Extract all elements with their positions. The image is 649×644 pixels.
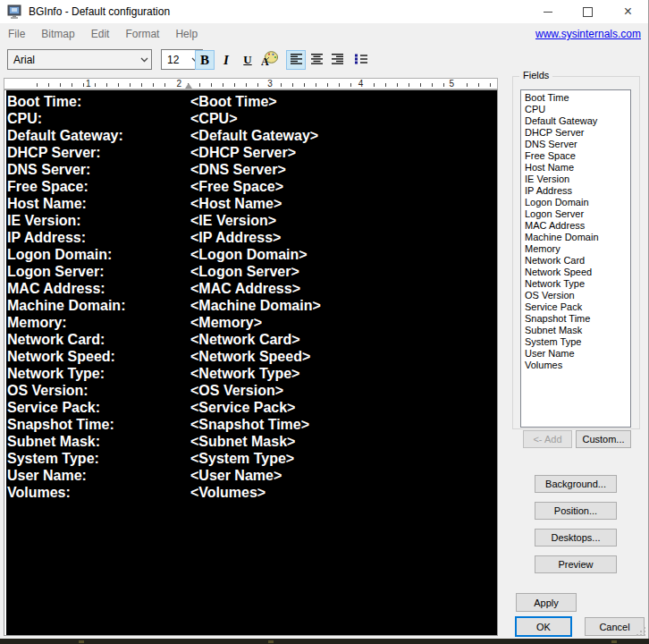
window-controls: × <box>527 0 648 23</box>
field-option[interactable]: Service Pack <box>521 301 630 313</box>
ruler: 12345 <box>4 78 498 89</box>
menu-item-help[interactable]: Help <box>167 23 206 45</box>
bullet-list-button[interactable] <box>351 50 371 70</box>
field-label: System Type: <box>7 450 190 467</box>
field-placeholder: <Logon Server> <box>190 264 299 279</box>
field-placeholder: <OS Version> <box>190 383 283 398</box>
field-placeholder: <Subnet Mask> <box>190 434 295 449</box>
editor-line: DNS Server:<DNS Server> <box>7 161 497 178</box>
field-label: IP Address: <box>7 229 190 246</box>
align-center-button[interactable] <box>307 50 326 70</box>
field-option[interactable]: DNS Server <box>521 139 630 150</box>
field-option[interactable]: IP Address <box>521 185 630 197</box>
minimize-icon <box>544 12 552 13</box>
font-color-palette-icon: A <box>261 51 278 70</box>
minimize-button[interactable] <box>527 0 568 23</box>
desktops-button[interactable]: Desktops... <box>535 529 617 547</box>
close-button[interactable]: × <box>608 0 648 23</box>
field-option[interactable]: Logon Server <box>521 208 630 220</box>
menu-item-edit[interactable]: Edit <box>83 23 118 45</box>
ruler-number: 3 <box>224 79 316 89</box>
underline-icon: U <box>243 53 251 67</box>
field-option[interactable]: User Name <box>521 348 630 360</box>
field-option[interactable]: CPU <box>521 104 630 115</box>
maximize-button[interactable] <box>568 0 608 23</box>
field-option[interactable]: Free Space <box>521 150 630 162</box>
align-right-icon <box>332 52 343 68</box>
add-field-button[interactable]: <- Add <box>523 430 572 448</box>
field-option[interactable]: Machine Domain <box>521 232 630 243</box>
ruler-number: 4 <box>316 79 407 89</box>
font-family-select[interactable]: Arial <box>7 49 152 70</box>
field-label: Subnet Mask: <box>7 433 190 450</box>
align-right-button[interactable] <box>327 50 347 70</box>
field-label: Machine Domain: <box>7 297 190 314</box>
field-placeholder: <Network Speed> <box>190 349 310 364</box>
menu-item-file[interactable]: File <box>0 23 33 45</box>
editor-line: Logon Domain:<Logon Domain> <box>7 246 497 263</box>
italic-button[interactable]: I <box>216 50 236 70</box>
cancel-button[interactable]: Cancel <box>585 617 645 636</box>
resize-grip[interactable] <box>636 627 645 636</box>
position-button[interactable]: Position... <box>535 502 617 520</box>
app-icon <box>7 4 22 20</box>
field-label: Memory: <box>7 314 190 331</box>
field-option[interactable]: Memory <box>521 243 630 255</box>
menu-item-format[interactable]: Format <box>117 23 167 45</box>
field-option[interactable]: MAC Address <box>521 220 630 232</box>
background-button[interactable]: Background... <box>535 475 617 493</box>
field-label: Free Space: <box>7 178 190 195</box>
sysinternals-link[interactable]: www.sysinternals.com <box>535 28 648 40</box>
font-color-button[interactable]: A <box>259 50 279 70</box>
field-label: Default Gateway: <box>7 127 190 144</box>
field-option[interactable]: Host Name <box>521 162 630 174</box>
field-option[interactable]: Network Type <box>521 278 630 290</box>
field-option[interactable]: Volumes <box>521 360 630 371</box>
field-placeholder: <MAC Address> <box>190 281 300 296</box>
font-family-value: Arial <box>8 54 137 66</box>
ok-button[interactable]: OK <box>515 616 572 637</box>
editor-line: IP Address:<IP Address> <box>7 229 497 246</box>
field-placeholder: <Snapshot Time> <box>190 417 309 432</box>
field-option[interactable]: OS Version <box>521 290 630 301</box>
field-option[interactable]: Logon Domain <box>521 197 630 208</box>
apply-button[interactable]: Apply <box>516 593 577 612</box>
field-option[interactable]: System Type <box>521 336 630 348</box>
tab-stop-marker[interactable] <box>185 83 192 89</box>
editor-line: Network Speed:<Network Speed> <box>7 348 497 365</box>
field-label: Host Name: <box>7 195 190 212</box>
field-option[interactable]: Network Speed <box>521 267 630 278</box>
bginfo-window: BGInfo - Default configuration × File Bi… <box>0 0 649 639</box>
close-icon: × <box>624 4 632 19</box>
preview-button[interactable]: Preview <box>535 555 617 573</box>
field-option[interactable]: Subnet Mask <box>521 325 630 336</box>
field-placeholder: <Default Gateway> <box>190 128 318 143</box>
editor-line: User Name:<User Name> <box>7 467 497 484</box>
bold-button[interactable]: B <box>195 50 215 70</box>
config-text-editor[interactable]: Boot Time:<Boot Time> CPU:<CPU> Default … <box>4 90 497 635</box>
fields-listbox[interactable]: Boot TimeCPUDefault GatewayDHCP ServerDN… <box>520 89 631 428</box>
align-left-button[interactable] <box>286 50 306 70</box>
field-label: Network Card: <box>7 331 190 348</box>
custom-fields-button[interactable]: Custom... <box>576 430 631 448</box>
ruler-number: 1 <box>43 79 134 89</box>
editor-line: MAC Address:<MAC Address> <box>7 280 497 297</box>
fields-title: Fields <box>519 70 552 80</box>
field-placeholder: <Volumes> <box>190 485 266 500</box>
field-option[interactable]: Snapshot Time <box>521 313 630 325</box>
field-option[interactable]: Boot Time <box>521 92 630 104</box>
field-option[interactable]: IE Version <box>521 174 630 185</box>
field-placeholder: <Memory> <box>190 315 262 330</box>
field-option[interactable]: Default Gateway <box>521 115 630 127</box>
field-placeholder: <Boot Time> <box>190 94 277 109</box>
field-option[interactable]: DHCP Server <box>521 127 630 139</box>
underline-button[interactable]: U <box>238 50 257 70</box>
field-option[interactable]: Network Card <box>521 255 630 267</box>
editor-line: Logon Server:<Logon Server> <box>7 263 497 280</box>
editor-line: Free Space:<Free Space> <box>7 178 497 195</box>
editor-line: System Type:<System Type> <box>7 450 497 467</box>
field-placeholder: <Host Name> <box>190 196 282 211</box>
editor-line: DHCP Server:<DHCP Server> <box>7 144 497 161</box>
field-placeholder: <Machine Domain> <box>190 298 321 313</box>
menu-item-bitmap[interactable]: Bitmap <box>33 23 82 45</box>
